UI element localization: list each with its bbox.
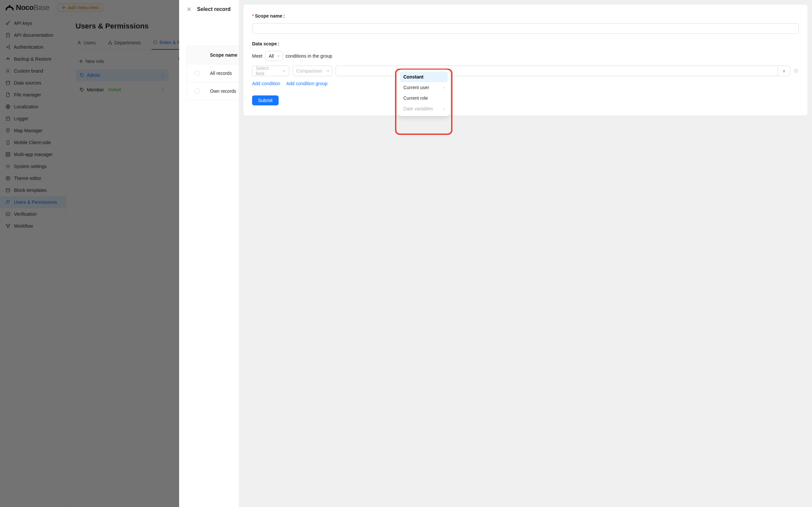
form-drawer-backdrop: * Scope name : Data scope : Meet All con… [239, 0, 812, 507]
var-item-label: Constant [403, 74, 423, 79]
select-field-dropdown[interactable]: Select field [252, 66, 289, 76]
comparison-dropdown[interactable]: Comparision [293, 66, 333, 76]
var-item-constant[interactable]: Constant [400, 71, 448, 82]
drawer-title: Select record [197, 6, 231, 12]
var-item-date-variables[interactable]: Date variables › [400, 103, 448, 114]
var-item-current-role[interactable]: Current role [400, 93, 448, 103]
variable-dropdown: Constant Current user › Current role Dat… [398, 70, 450, 116]
scope-name-input[interactable] [252, 23, 799, 34]
chevron-down-icon [276, 54, 280, 58]
var-item-label: Current user [403, 85, 429, 90]
chevron-right-icon: › [443, 106, 445, 111]
var-item-label: Date variables [403, 106, 433, 111]
chevron-right-icon: › [443, 85, 445, 90]
meet-post-text: conditions in the group [286, 53, 333, 59]
meet-pre-text: Meet [252, 53, 262, 59]
close-icon[interactable] [187, 7, 192, 12]
radio-icon[interactable] [195, 70, 200, 76]
required-star-icon: * [252, 13, 254, 18]
submit-button[interactable]: Submit [252, 96, 278, 105]
column-header: Scope name [210, 52, 237, 58]
add-condition-group-link[interactable]: Add condition group [286, 81, 328, 86]
chevron-down-icon [282, 69, 286, 72]
overlay-dark[interactable] [0, 0, 179, 507]
chevron-down-icon [326, 69, 330, 72]
variable-toggle-button[interactable]: x [778, 66, 790, 76]
var-item-current-user[interactable]: Current user › [400, 82, 448, 93]
data-scope-label: Data scope : [252, 41, 799, 46]
list-row-label: All records [210, 70, 232, 76]
scope-name-label: * Scope name : [252, 13, 799, 18]
add-condition-link[interactable]: Add condition [252, 81, 280, 86]
radio-icon[interactable] [195, 89, 200, 94]
meet-select[interactable]: All [265, 51, 283, 61]
meet-row: Meet All conditions in the group [252, 51, 799, 61]
remove-condition-icon[interactable] [794, 68, 799, 73]
scope-form: * Scope name : Data scope : Meet All con… [244, 5, 807, 115]
var-item-label: Current role [403, 96, 428, 101]
condition-row: Select field Comparision x [252, 66, 799, 76]
list-row-label: Own records [210, 89, 236, 94]
